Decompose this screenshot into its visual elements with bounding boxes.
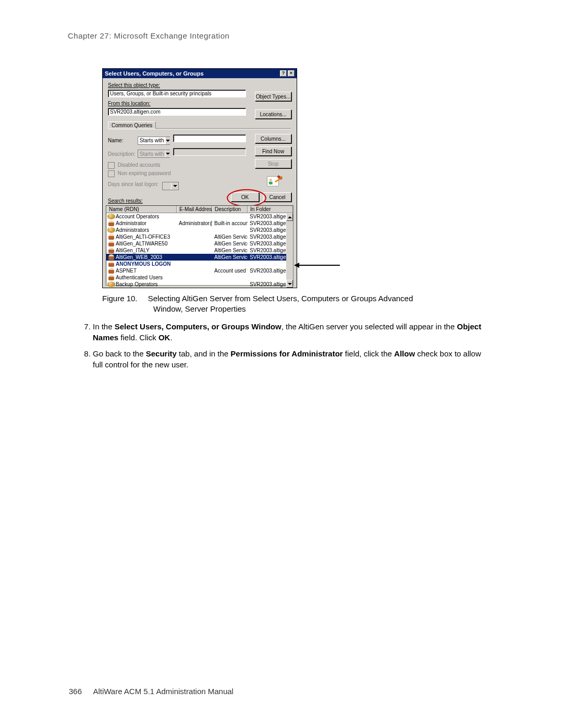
disabled-accounts-label: Disabled accounts bbox=[118, 162, 161, 168]
titlebar: Select Users, Computers, or Groups ? × bbox=[103, 69, 297, 78]
scrollbar[interactable] bbox=[286, 213, 293, 288]
col-email[interactable]: E-Mail Address bbox=[177, 206, 212, 213]
chevron-down-icon bbox=[165, 137, 170, 144]
svg-rect-2 bbox=[269, 182, 273, 184]
help-icon[interactable]: ? bbox=[280, 70, 287, 77]
address-book-icon bbox=[265, 172, 283, 190]
user-icon bbox=[108, 275, 114, 280]
chevron-down-icon bbox=[165, 150, 170, 157]
description-label: Description: bbox=[108, 151, 136, 157]
col-desc[interactable]: Description bbox=[212, 206, 248, 213]
location-value: SVR2003.altigen.com bbox=[110, 109, 161, 115]
table-row[interactable]: AdministratorAdministrator@S...Built-in … bbox=[106, 220, 293, 227]
col-folder[interactable]: In Folder bbox=[248, 206, 293, 213]
object-type-value: Users, Groups, or Built-in security prin… bbox=[110, 91, 212, 96]
description-value-input bbox=[173, 148, 246, 156]
manual-title: AltiWare ACM 5.1 Administration Manual bbox=[93, 687, 234, 696]
table-row[interactable]: AltiGen_ITALYAltiGen Service ...SVR2003.… bbox=[106, 247, 293, 254]
disabled-accounts-checkbox bbox=[108, 162, 115, 169]
find-now-button[interactable]: Find Now bbox=[255, 146, 291, 156]
select-object-type-label: Select this object type: bbox=[108, 82, 160, 88]
table-row[interactable]: ASPNETAccount used fo...SVR2003.altige..… bbox=[106, 267, 293, 274]
user-icon bbox=[108, 220, 114, 226]
ok-button[interactable]: OK bbox=[231, 192, 259, 202]
instruction-list: In the Select Users, Computers, or Group… bbox=[78, 321, 491, 375]
figure-text-2: Window, Server Properties bbox=[153, 304, 246, 313]
group-icon bbox=[108, 281, 114, 287]
non-expiring-checkbox bbox=[108, 170, 115, 177]
figure-caption: Figure 10. Selecting AltiGen Server from… bbox=[102, 293, 478, 315]
scroll-down-icon[interactable] bbox=[286, 280, 293, 288]
dialog-select-users: Select Users, Computers, or Groups ? × S… bbox=[102, 68, 297, 288]
col-name[interactable]: Name (RDN) bbox=[106, 206, 177, 213]
stop-button: Stop bbox=[255, 159, 291, 168]
days-since-label: Days since last logon: bbox=[108, 181, 158, 187]
results-header: Name (RDN) E-Mail Address Description In… bbox=[106, 206, 293, 213]
chapter-header: Chapter 27: Microsoft Exchange Integrati… bbox=[68, 31, 563, 40]
table-row[interactable]: AltiGen_WEB_2003AltiGen Service ...SVR20… bbox=[106, 254, 293, 261]
days-since-select bbox=[162, 182, 179, 190]
chevron-down-icon bbox=[171, 182, 178, 190]
results-body: Account OperatorsSVR2003.altige...Admini… bbox=[106, 213, 293, 288]
search-results-label: Search results: bbox=[108, 198, 143, 204]
name-condition-select[interactable]: Starts with bbox=[138, 137, 170, 145]
cancel-button[interactable]: Cancel bbox=[263, 192, 291, 202]
page-footer: 366 AltiWare ACM 5.1 Administration Manu… bbox=[69, 687, 234, 696]
description-condition-select: Starts with bbox=[138, 150, 170, 158]
figure-text-1: Selecting AltiGen Server from Select Use… bbox=[148, 294, 413, 303]
user-icon bbox=[108, 241, 114, 246]
page-number: 366 bbox=[69, 687, 82, 696]
scroll-up-icon[interactable] bbox=[286, 213, 293, 221]
results-table: Name (RDN) E-Mail Address Description In… bbox=[106, 205, 293, 286]
titlebar-text: Select Users, Computers, or Groups bbox=[105, 70, 204, 77]
object-types-button[interactable]: Object Types... bbox=[255, 92, 291, 101]
figure-label: Figure 10. bbox=[102, 294, 138, 303]
table-row[interactable]: AdministratorsSVR2003.altige... bbox=[106, 227, 293, 233]
close-icon[interactable]: × bbox=[288, 70, 295, 77]
step-8: Go back to the Security tab, and in the … bbox=[93, 348, 491, 370]
locations-button[interactable]: Locations... bbox=[255, 109, 291, 119]
object-type-input[interactable]: Users, Groups, or Built-in security prin… bbox=[108, 90, 246, 97]
table-row[interactable]: AltiGen_ALTIWARE50AltiGen Service ...SVR… bbox=[106, 240, 293, 247]
user-icon bbox=[108, 261, 114, 267]
from-location-label: From this location: bbox=[108, 101, 151, 106]
name-value-input[interactable] bbox=[173, 134, 246, 142]
table-row[interactable]: Authenticated Users bbox=[106, 274, 293, 281]
user-icon bbox=[108, 268, 114, 274]
annotation-arrow bbox=[298, 265, 340, 266]
location-input[interactable]: SVR2003.altigen.com bbox=[108, 108, 246, 116]
columns-button[interactable]: Columns... bbox=[255, 134, 291, 143]
group-icon bbox=[108, 214, 114, 219]
user-icon bbox=[108, 234, 114, 240]
table-row[interactable]: Backup OperatorsSVR2003.altige... bbox=[106, 281, 293, 288]
table-row[interactable]: AltiGen_ALTI-OFFICE3AltiGen Service ...S… bbox=[106, 233, 293, 240]
step-7: In the Select Users, Computers, or Group… bbox=[93, 321, 491, 343]
table-row[interactable]: Account OperatorsSVR2003.altige... bbox=[106, 213, 293, 220]
tab-common-queries[interactable]: Common Queries bbox=[108, 121, 156, 129]
table-row[interactable]: ANONYMOUS LOGON bbox=[106, 261, 293, 267]
svg-point-1 bbox=[270, 179, 272, 181]
user-icon bbox=[108, 254, 114, 260]
non-expiring-label: Non expiring password bbox=[118, 170, 171, 176]
name-label: Name: bbox=[108, 138, 136, 143]
group-icon bbox=[108, 227, 114, 233]
user-icon bbox=[108, 248, 114, 253]
